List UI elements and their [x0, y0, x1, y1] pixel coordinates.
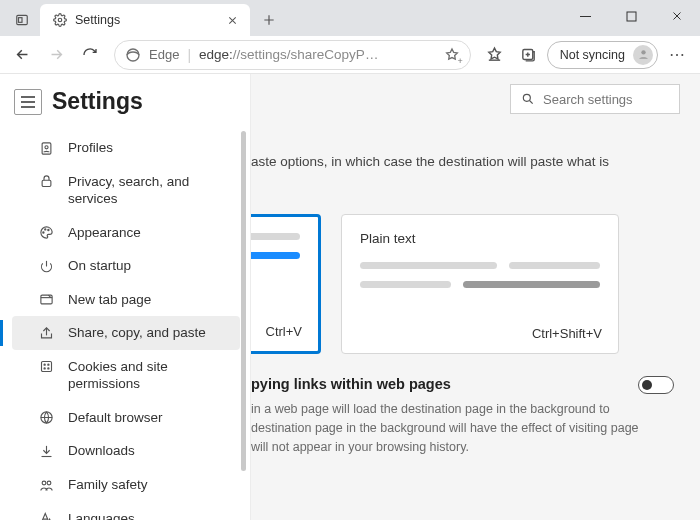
sidebar-item-cookies[interactable]: Cookies and site permissions — [12, 350, 240, 401]
settings-menu-button[interactable] — [14, 89, 42, 115]
paint-icon — [38, 225, 54, 241]
sidebar-item-languages[interactable]: Languages — [12, 502, 240, 520]
search-icon — [521, 92, 535, 106]
svg-point-10 — [42, 232, 43, 233]
svg-point-2 — [58, 18, 62, 22]
avatar-icon — [633, 45, 653, 65]
copying-links-toggle[interactable] — [638, 376, 674, 394]
share-icon — [38, 325, 54, 341]
sidebar-item-label: Appearance — [68, 224, 141, 242]
search-placeholder: Search settings — [543, 92, 633, 107]
settings-header: Settings — [0, 84, 250, 125]
sidebar-item-label: Default browser — [68, 409, 163, 427]
search-settings-wrap: Search settings — [510, 84, 680, 114]
sidebar-scroll-area: Profiles Privacy, search, and services A… — [0, 125, 250, 520]
svg-point-15 — [44, 364, 45, 365]
sidebar-item-label: Cookies and site permissions — [68, 358, 218, 393]
profile-sync-chip[interactable]: Not syncing — [547, 41, 658, 69]
forward-button[interactable] — [40, 39, 72, 71]
sidebar-item-label: Profiles — [68, 139, 113, 157]
paste-option-link[interactable]: Ctrl+V — [250, 214, 321, 354]
svg-point-4 — [127, 49, 139, 61]
power-icon — [38, 258, 54, 274]
sidebar-item-label: Downloads — [68, 442, 135, 460]
sidebar-item-startup[interactable]: On startup — [12, 249, 240, 283]
svg-point-21 — [47, 481, 51, 485]
sidebar-item-label: Privacy, search, and services — [68, 173, 218, 208]
tab-title: Settings — [75, 13, 216, 27]
language-icon — [38, 511, 54, 520]
active-tab[interactable]: Settings — [40, 4, 250, 36]
sidebar-item-profiles[interactable]: Profiles — [12, 131, 240, 165]
settings-title: Settings — [52, 88, 143, 115]
card-title: Plain text — [360, 231, 600, 246]
hotkey-label: Ctrl+Shift+V — [532, 326, 602, 341]
sidebar-item-newtab[interactable]: New tab page — [12, 283, 240, 317]
omnibox-separator: | — [187, 47, 191, 63]
sidebar-item-appearance[interactable]: Appearance — [12, 216, 240, 250]
pinned-tab-indicator[interactable] — [4, 4, 40, 36]
settings-content: Search settings aste options, in which c… — [250, 74, 700, 520]
reading-list-icon[interactable]: + — [444, 47, 460, 63]
profile-icon — [38, 140, 54, 156]
lock-icon — [38, 174, 54, 190]
svg-point-18 — [47, 368, 48, 369]
svg-rect-1 — [19, 18, 23, 23]
close-window-button[interactable] — [654, 0, 700, 32]
svg-point-23 — [523, 94, 530, 101]
svg-rect-14 — [41, 362, 51, 372]
copying-links-description: in a web page will load the destination … — [251, 400, 640, 456]
download-icon — [38, 443, 54, 459]
omnibox-label: Edge — [149, 47, 179, 62]
sidebar-item-label: Share, copy, and paste — [68, 324, 206, 342]
svg-point-6 — [641, 50, 645, 54]
sidebar-item-downloads[interactable]: Downloads — [12, 434, 240, 468]
edge-logo-icon — [125, 47, 141, 63]
sidebar-item-family[interactable]: Family safety — [12, 468, 240, 502]
sidebar-item-label: New tab page — [68, 291, 151, 309]
settings-sidebar: Settings Profiles Privacy, search, and s… — [0, 74, 250, 520]
sidebar-item-defaultbrowser[interactable]: Default browser — [12, 401, 240, 435]
window-controls — [562, 0, 700, 32]
address-bar[interactable]: Edge | edge://settings/shareCopyP… + — [114, 40, 471, 70]
search-settings-input[interactable]: Search settings — [510, 84, 680, 114]
sidebar-item-label: Family safety — [68, 476, 148, 494]
sync-label: Not syncing — [560, 48, 625, 62]
omnibox-url: edge://settings/shareCopyP… — [199, 47, 436, 62]
cookies-icon — [38, 359, 54, 375]
paste-option-plaintext[interactable]: Plain text Ctrl+Shift+V — [341, 214, 619, 354]
maximize-button[interactable] — [608, 0, 654, 32]
svg-point-11 — [44, 229, 45, 230]
new-tab-button[interactable] — [254, 5, 284, 35]
browser-toolbar: Edge | edge://settings/shareCopyP… + Not… — [0, 36, 700, 74]
refresh-button[interactable] — [74, 39, 106, 71]
collections-button[interactable] — [513, 39, 545, 71]
back-button[interactable] — [6, 39, 38, 71]
favorites-button[interactable] — [479, 39, 511, 71]
overflow-menu-button[interactable]: ⋯ — [660, 39, 694, 71]
settings-page: Settings Profiles Privacy, search, and s… — [0, 74, 700, 520]
svg-point-20 — [42, 481, 46, 485]
paste-option-cards: Ctrl+V Plain text Ctrl+Shift+V — [251, 214, 619, 354]
sidebar-item-label: On startup — [68, 257, 131, 275]
paste-options-description: aste options, in which case the destinat… — [251, 154, 670, 169]
svg-point-16 — [47, 364, 48, 365]
browser-icon — [38, 410, 54, 426]
svg-point-12 — [47, 230, 48, 231]
hotkey-label: Ctrl+V — [266, 324, 302, 339]
copying-links-title: pying links within web pages — [251, 376, 451, 392]
gear-icon — [52, 13, 67, 28]
family-icon — [38, 477, 54, 493]
sidebar-scrollbar[interactable] — [241, 131, 246, 471]
newtab-icon — [38, 292, 54, 308]
svg-rect-9 — [42, 180, 51, 186]
sidebar-item-privacy[interactable]: Privacy, search, and services — [12, 165, 240, 216]
svg-point-17 — [44, 368, 45, 369]
svg-rect-3 — [627, 12, 636, 21]
minimize-button[interactable] — [562, 0, 608, 32]
sidebar-item-share[interactable]: Share, copy, and paste — [12, 316, 240, 350]
svg-point-8 — [44, 145, 47, 148]
close-tab-button[interactable] — [224, 12, 240, 28]
sidebar-item-label: Languages — [68, 510, 135, 520]
window-titlebar: Settings — [0, 0, 700, 36]
